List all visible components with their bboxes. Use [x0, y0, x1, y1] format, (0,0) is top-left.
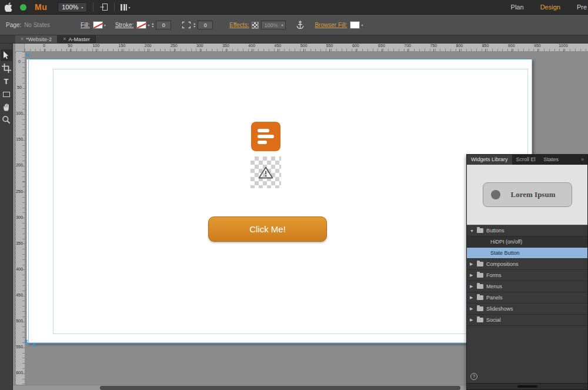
- disclosure-icon[interactable]: ▼: [470, 229, 477, 233]
- help-icon[interactable]: ?: [470, 373, 477, 380]
- click-me-button[interactable]: Click Me!: [208, 216, 327, 242]
- stroke-label[interactable]: Stroke:: [115, 22, 134, 28]
- layout-columns-dropdown[interactable]: ▾: [121, 4, 130, 11]
- browser-fill-swatch-dropdown[interactable]: ▾: [350, 21, 363, 29]
- tree-row-compositions[interactable]: ▶Compositions: [467, 259, 587, 270]
- mode-pre[interactable]: Pre: [577, 4, 587, 11]
- toolbar-divider: [93, 2, 93, 12]
- bottom-page-guide[interactable]: [26, 343, 532, 344]
- ruler-number: 350: [222, 44, 229, 48]
- effects-opacity-dropdown[interactable]: 100% ▾: [261, 21, 286, 29]
- chevron-down-icon: ▾: [81, 5, 83, 9]
- left-page-guide[interactable]: [28, 59, 29, 343]
- crop-tool[interactable]: [1, 62, 12, 74]
- ruler-number: 500: [16, 319, 23, 323]
- vertical-ruler[interactable]: 050100150200250300350400450500550600: [15, 52, 25, 385]
- ruler-number: 250: [171, 44, 178, 48]
- tree-row-state-button[interactable]: State Button: [467, 248, 587, 259]
- folder-icon: [477, 284, 483, 289]
- effects-label[interactable]: Effects:: [229, 22, 249, 28]
- stroke-swatch-dropdown[interactable]: ▾: [136, 21, 149, 29]
- stepper-down-icon[interactable]: ▼: [193, 25, 196, 28]
- anchor-icon[interactable]: [296, 21, 304, 29]
- tree-label: Social: [486, 317, 501, 323]
- widget-icon-bar: [258, 141, 267, 144]
- tree-row-buttons[interactable]: ▼Buttons: [467, 225, 587, 236]
- page-label: Page:: [6, 22, 21, 28]
- disclosure-icon[interactable]: ▶: [470, 284, 477, 289]
- guide-handle-icon[interactable]: «: [32, 342, 36, 348]
- ruler-number: 250: [16, 189, 23, 194]
- chevron-down-icon: ▾: [104, 23, 106, 27]
- document-tab[interactable]: ×A-Master: [58, 35, 96, 43]
- toolbar-divider: [114, 2, 115, 12]
- corner-radius-input[interactable]: 0: [198, 21, 213, 29]
- panel-tab-widgets-library[interactable]: Widgets Library: [467, 155, 512, 165]
- panel-overflow-icon[interactable]: »: [581, 155, 587, 165]
- widgets-library-panel: Widgets LibraryScroll ElStates» Lorem Ip…: [466, 154, 588, 390]
- horizontal-ruler[interactable]: 0501001502002503003504004505005506006507…: [25, 43, 588, 52]
- tab-label: A-Master: [68, 36, 90, 42]
- corner-radius-stepper[interactable]: ▲ ▼: [193, 22, 196, 28]
- document-tab[interactable]: ×*Website-2: [15, 35, 58, 43]
- selection-tool[interactable]: [1, 49, 12, 61]
- ruler-number: 400: [248, 44, 255, 48]
- mode-plan[interactable]: Plan: [511, 4, 524, 11]
- disclosure-icon[interactable]: ▶: [470, 295, 477, 300]
- disclosure-icon[interactable]: ▶: [470, 273, 477, 278]
- tree-label: Compositions: [486, 261, 519, 267]
- disclosure-icon[interactable]: ▶: [470, 318, 477, 322]
- stroke-weight-input[interactable]: 0: [156, 21, 171, 29]
- tree-row-hidpi-on-off-[interactable]: HiDPI (on/off): [467, 236, 587, 248]
- folder-icon: [477, 262, 483, 266]
- tree-row-panels[interactable]: ▶Panels: [467, 292, 587, 304]
- tree-label: Buttons: [486, 228, 505, 234]
- missing-image-placeholder[interactable]: [250, 156, 281, 188]
- widget-preview-button[interactable]: Lorem Ipsum: [483, 182, 572, 207]
- ruler-number: 50: [16, 85, 23, 89]
- text-tool[interactable]: T: [1, 75, 12, 87]
- browser-fill-label[interactable]: Browser Fill:: [315, 22, 347, 28]
- tools-panel: T: [0, 35, 13, 390]
- disclosure-icon[interactable]: ▶: [470, 306, 477, 311]
- tree-row-slideshows[interactable]: ▶Slideshows: [467, 304, 587, 315]
- tree-row-forms[interactable]: ▶Forms: [467, 270, 587, 281]
- rectangle-tool[interactable]: [1, 88, 12, 100]
- hand-tool[interactable]: [1, 101, 12, 113]
- resize-grip-icon: [517, 385, 537, 388]
- guide-handle-icon[interactable]: «: [25, 52, 29, 58]
- tab-close-icon[interactable]: ×: [63, 36, 66, 42]
- stroke-weight-stepper[interactable]: ▲ ▼: [151, 22, 154, 28]
- panel-footer: ?: [467, 370, 587, 383]
- ruler-number: 200: [145, 44, 152, 48]
- guide-handle-icon[interactable]: «: [24, 338, 28, 344]
- mode-design[interactable]: Design: [540, 4, 560, 11]
- stepper-down-icon[interactable]: ▼: [151, 25, 154, 28]
- place-file-icon[interactable]: [99, 3, 108, 11]
- fill-swatch-dropdown[interactable]: ▾: [93, 21, 106, 29]
- chevron-down-icon: ▾: [128, 5, 130, 9]
- ruler-number: 750: [430, 44, 437, 48]
- disclosure-icon[interactable]: ▶: [470, 262, 477, 266]
- page-state-value[interactable]: No States: [24, 22, 50, 28]
- zoom-tool[interactable]: [1, 114, 12, 126]
- fill-label[interactable]: Fill:: [81, 22, 90, 28]
- tab-close-icon[interactable]: ×: [21, 36, 24, 42]
- top-page-guide[interactable]: [26, 59, 532, 59]
- scrollbar-thumb[interactable]: [100, 386, 460, 390]
- panel-tab-scroll-el[interactable]: Scroll El: [512, 155, 540, 165]
- effects-icon: [252, 22, 259, 29]
- state-button-widget-icon[interactable]: [251, 122, 280, 151]
- effects-opacity-value: 100%: [264, 22, 278, 28]
- ruler-number: 550: [326, 44, 333, 48]
- panel-resize-strip[interactable]: [467, 383, 587, 389]
- ruler-number: 300: [16, 215, 23, 219]
- zoom-level-dropdown[interactable]: 100% ▾: [58, 2, 87, 12]
- tree-row-menus[interactable]: ▶Menus: [467, 281, 587, 292]
- ruler-number: 300: [196, 44, 203, 48]
- ruler-number: 700: [404, 44, 411, 48]
- apple-menu-icon[interactable]: [5, 2, 13, 12]
- panel-tab-states[interactable]: States: [540, 155, 563, 165]
- horizontal-scrollbar[interactable]: [13, 385, 466, 390]
- tree-row-social[interactable]: ▶Social: [467, 315, 587, 326]
